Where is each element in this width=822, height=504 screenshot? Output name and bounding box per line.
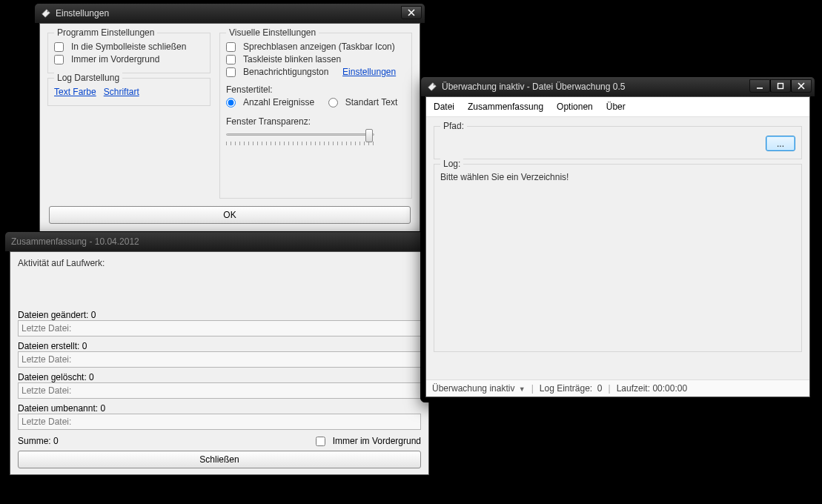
main-window: Überwachung inaktiv - Datei Überwachung … xyxy=(420,76,815,402)
label-path: Pfad: xyxy=(440,121,467,131)
status-runtime: Laufzeit: 00:00:00 xyxy=(617,383,687,394)
field-last-created xyxy=(18,351,421,368)
label-close-to-tray: In die Symbolleiste schließen xyxy=(71,42,186,52)
group-program-legend: Programm Einstellungen xyxy=(54,27,157,38)
label-sum: Summe: xyxy=(18,436,51,446)
label-radio-standard-text: Standart Text xyxy=(345,97,398,107)
menu-summary[interactable]: Zusammenfassung xyxy=(468,102,543,112)
checkbox-show-balloons[interactable] xyxy=(226,42,236,52)
main-titlebar[interactable]: Überwachung inaktiv - Datei Überwachung … xyxy=(421,77,815,96)
group-log: Log: Bitte wählen Sie ein Verzeichnis! xyxy=(434,164,802,352)
menubar: Datei Zusammenfassung Optionen Über xyxy=(426,97,809,117)
ok-button[interactable]: OK xyxy=(49,206,411,224)
count-files-deleted: 0 xyxy=(89,372,94,382)
count-files-created: 0 xyxy=(82,341,87,351)
label-always-on-top: Immer im Vordergrund xyxy=(71,54,159,64)
radio-event-count[interactable] xyxy=(226,98,236,107)
close-button[interactable] xyxy=(401,6,422,19)
count-sum: 0 xyxy=(53,436,59,446)
label-notification-sound: Benachrichtigungston xyxy=(243,67,328,77)
field-last-deleted xyxy=(18,382,421,399)
field-last-changed xyxy=(18,320,421,336)
group-path: Pfad: ... xyxy=(434,126,802,159)
settings-titlebar[interactable]: Einstellungen xyxy=(35,4,425,23)
maximize-button[interactable] xyxy=(770,79,791,93)
summary-titlebar[interactable]: Zusammenfassung - 10.04.2012 xyxy=(5,232,434,251)
link-font[interactable]: Schriftart xyxy=(104,87,139,97)
label-blink-taskbar: Taskleiste blinken lassen xyxy=(243,54,341,64)
group-visual-settings: Visuelle Einstellungen Sprechblasen anze… xyxy=(219,33,412,199)
menu-options[interactable]: Optionen xyxy=(557,102,593,112)
close-summary-button[interactable]: Schließen xyxy=(18,451,421,468)
label-files-deleted: Dateien gelöscht: xyxy=(18,372,87,382)
app-icon xyxy=(427,82,437,92)
browse-button[interactable]: ... xyxy=(766,136,795,151)
link-text-color[interactable]: Text Farbe xyxy=(54,87,96,97)
settings-window: Einstellungen Programm Einstellungen In … xyxy=(34,3,425,237)
settings-title: Einstellungen xyxy=(56,8,401,19)
svg-point-1 xyxy=(434,84,435,85)
menu-about[interactable]: Über xyxy=(606,102,626,112)
menu-file[interactable]: Datei xyxy=(434,102,454,112)
checkbox-always-on-top[interactable] xyxy=(54,55,64,64)
checkbox-summary-foreground[interactable] xyxy=(316,437,325,446)
label-show-balloons: Sprechblasen anzeigen (Taskbar Icon) xyxy=(243,42,395,52)
label-radio-event-count: Anzahl Ereignisse xyxy=(243,97,314,107)
checkbox-blink-taskbar[interactable] xyxy=(226,55,236,64)
close-main-button[interactable] xyxy=(791,79,812,93)
svg-point-0 xyxy=(47,10,49,12)
summary-title: Zusammenfassung - 10.04.2012 xyxy=(11,236,431,247)
count-files-renamed: 0 xyxy=(100,403,105,414)
checkbox-notification-sound[interactable] xyxy=(226,67,236,77)
checkbox-close-to-tray[interactable] xyxy=(54,42,64,52)
log-content: Bitte wählen Sie ein Verzeichnis! xyxy=(440,170,795,182)
summary-window: Zusammenfassung - 10.04.2012 Aktivität a… xyxy=(4,231,434,480)
label-files-renamed: Dateien umbenannt: xyxy=(18,403,98,414)
app-icon xyxy=(41,8,51,19)
svg-rect-2 xyxy=(778,84,783,89)
label-window-title: Fenstertitel: xyxy=(226,84,273,95)
status-monitoring[interactable]: Überwachung inaktiv ▼ xyxy=(432,383,526,394)
slider-transparency[interactable] xyxy=(226,129,374,142)
label-log: Log: xyxy=(440,159,463,169)
statusbar: Überwachung inaktiv ▼ | Log Einträge: 0 … xyxy=(426,379,809,397)
label-activity: Aktivität auf Laufwerk: xyxy=(18,258,421,268)
link-sound-settings[interactable]: Einstellungen xyxy=(342,67,396,77)
label-summary-foreground: Immer im Vordergrund xyxy=(333,436,421,446)
radio-standard-text[interactable] xyxy=(328,98,338,107)
group-visual-legend: Visuelle Einstellungen xyxy=(226,27,319,38)
chevron-down-icon: ▼ xyxy=(519,385,526,393)
group-log-display: Log Darstellung Text Farbe Schriftart xyxy=(47,78,211,106)
main-title: Überwachung inaktiv - Datei Überwachung … xyxy=(442,82,749,92)
group-program-settings: Programm Einstellungen In die Symbolleis… xyxy=(47,33,211,73)
group-log-legend: Log Darstellung xyxy=(54,73,122,83)
label-transparency: Fenster Transparenz: xyxy=(226,116,311,127)
label-files-created: Dateien erstellt: xyxy=(18,341,79,351)
field-last-renamed xyxy=(18,414,421,430)
label-files-changed: Dateien geändert: xyxy=(18,310,88,320)
status-log-entries: Log Einträge: 0 xyxy=(540,383,603,394)
minimize-button[interactable] xyxy=(749,79,770,93)
count-files-changed: 0 xyxy=(91,310,96,320)
